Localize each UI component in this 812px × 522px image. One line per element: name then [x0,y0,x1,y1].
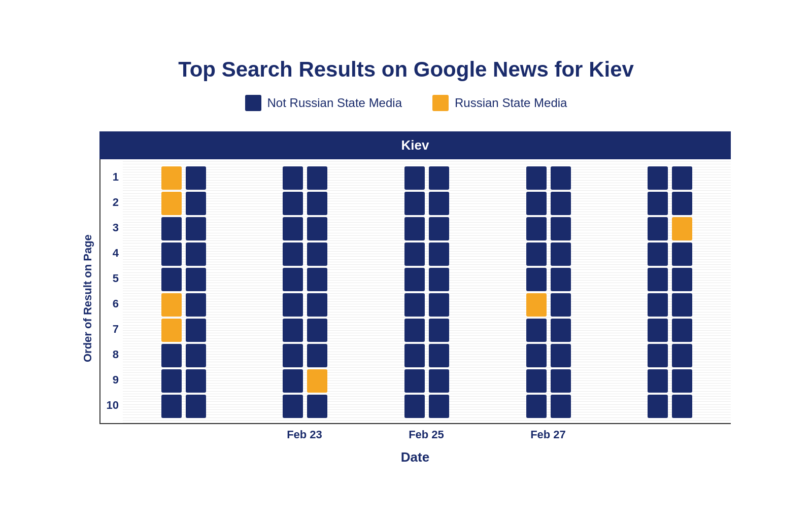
date-group-2 [366,164,488,418]
bar-cell-1-0-1 [283,192,303,215]
y-tick-7: 7 [100,317,119,342]
bar-cell-1-1-1 [307,192,327,215]
bar-cell-0-0-2 [161,217,182,240]
bar-cell-1-1-4 [307,268,327,291]
date-group-1 [245,164,366,418]
y-tick-labels: 12345678910 [100,159,119,423]
bar-cell-3-1-3 [551,242,571,266]
date-group-3 [488,164,610,418]
bar-cell-3-1-4 [551,268,571,291]
bar-cell-4-1-8 [672,369,692,393]
bar-cell-0-1-1 [186,192,206,215]
bar-cell-2-0-5 [404,293,425,317]
bar-cell-3-1-9 [551,395,571,418]
x-labels-row: Feb 23Feb 25Feb 27 [122,428,731,441]
y-tick-8: 8 [100,342,119,367]
bar-cell-2-0-7 [404,344,425,367]
bar-cell-1-0-6 [283,319,303,342]
bar-cell-2-1-7 [429,344,449,367]
bar-cell-1-1-5 [307,293,327,317]
y-tick-2: 2 [100,190,119,215]
bar-cell-1-1-3 [307,242,327,266]
bar-column-1-0 [283,164,303,418]
bar-cell-0-0-6 [161,319,182,342]
bar-cell-4-0-3 [648,242,668,266]
legend-label-not-russian: Not Russian State Media [267,96,402,110]
bar-cell-3-1-6 [551,319,571,342]
legend-item-not-russian: Not Russian State Media [245,95,402,111]
y-tick-4: 4 [100,240,119,266]
bar-cell-2-1-9 [429,395,449,418]
bar-cell-2-0-8 [404,369,425,393]
legend-item-russian: Russian State Media [432,95,567,111]
bar-cell-0-0-0 [161,166,182,190]
y-axis-label: Order of Result on Page [81,131,94,465]
bar-column-2-1 [429,164,449,418]
x-date-label-0 [122,428,244,441]
legend: Not Russian State Media Russian State Me… [81,95,731,111]
chart-container: Top Search Results on Google News for Ki… [51,37,761,485]
grid-and-bars: 12345678910 [99,159,731,424]
bar-cell-4-1-5 [672,293,692,317]
bar-cell-4-1-7 [672,344,692,367]
bar-cell-2-0-2 [404,217,425,240]
bar-column-4-1 [672,164,692,418]
bar-cell-4-0-6 [648,319,668,342]
bar-column-3-1 [551,164,571,418]
bar-cell-4-0-5 [648,293,668,317]
bar-cell-3-0-0 [526,166,547,190]
bar-cell-1-0-2 [283,217,303,240]
chart-body: Kiev 12345678910 Feb 23Feb 25Feb 27 Date [99,131,731,465]
x-date-label-4 [609,428,731,441]
bar-cell-1-1-7 [307,344,327,367]
bar-column-2-0 [404,164,425,418]
bar-cell-3-1-1 [551,192,571,215]
bar-cell-4-0-4 [648,268,668,291]
x-axis-area: Feb 23Feb 25Feb 27 [99,428,731,441]
bar-cell-3-0-3 [526,242,547,266]
bar-cell-2-1-6 [429,319,449,342]
bar-cell-3-1-5 [551,293,571,317]
bar-column-0-0 [161,164,182,418]
bar-cell-1-0-3 [283,242,303,266]
y-tick-1: 1 [100,164,119,190]
bar-cell-3-1-7 [551,344,571,367]
legend-swatch-navy [245,95,261,111]
bar-cell-0-0-8 [161,369,182,393]
bar-cell-1-1-9 [307,395,327,418]
bar-cell-1-0-4 [283,268,303,291]
y-tick-3: 3 [100,215,119,240]
x-axis-spacer [99,428,122,441]
bar-cell-3-0-4 [526,268,547,291]
bar-cell-0-1-7 [186,344,206,367]
bar-cell-2-1-2 [429,217,449,240]
bar-cell-0-0-3 [161,242,182,266]
bar-cell-0-0-9 [161,395,182,418]
bar-cell-2-1-1 [429,192,449,215]
y-tick-9: 9 [100,367,119,393]
y-tick-6: 6 [100,291,119,317]
y-tick-10: 10 [100,393,119,418]
bar-cell-4-1-2 [672,217,692,240]
bar-cell-3-0-8 [526,369,547,393]
bar-cell-2-0-9 [404,395,425,418]
bar-cell-0-1-4 [186,268,206,291]
bar-cell-3-1-8 [551,369,571,393]
bar-cell-0-0-5 [161,293,182,317]
bar-cell-4-1-0 [672,166,692,190]
bar-cell-2-1-5 [429,293,449,317]
bar-cell-1-0-0 [283,166,303,190]
bar-cell-1-1-0 [307,166,327,190]
bar-cell-2-1-4 [429,268,449,291]
bar-cell-3-0-6 [526,319,547,342]
bar-cell-3-0-5 [526,293,547,317]
bar-cell-3-1-0 [551,166,571,190]
bar-cell-4-1-1 [672,192,692,215]
bar-cell-1-0-5 [283,293,303,317]
bar-cell-2-1-8 [429,369,449,393]
bar-cell-3-0-1 [526,192,547,215]
y-tick-5: 5 [100,266,119,291]
group-header-kiev: Kiev [99,131,731,159]
bar-cell-0-0-7 [161,344,182,367]
bar-cell-4-1-3 [672,242,692,266]
